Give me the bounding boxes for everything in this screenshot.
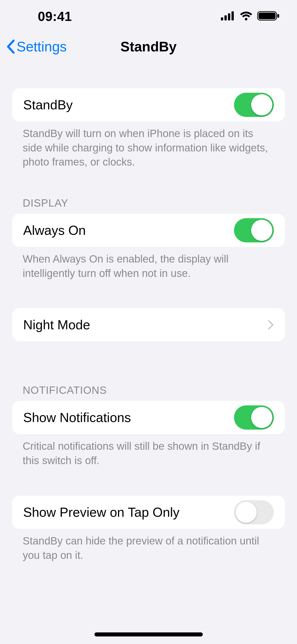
- status-bar: 09:41: [0, 0, 297, 33]
- always-on-label: Always On: [23, 223, 234, 238]
- chevron-left-icon: [6, 40, 15, 54]
- always-on-switch[interactable]: [234, 218, 274, 242]
- always-on-footer: When Always On is enabled, the display w…: [12, 247, 285, 280]
- svg-rect-6: [277, 14, 279, 18]
- show-notifications-group: Show Notifications: [12, 401, 285, 434]
- always-on-group: Always On: [12, 214, 285, 247]
- always-on-row[interactable]: Always On: [12, 214, 285, 247]
- battery-icon: [257, 11, 279, 22]
- page-title: StandBy: [120, 39, 177, 55]
- svg-rect-5: [258, 13, 276, 19]
- display-section-header: DISPLAY: [12, 197, 285, 214]
- status-icons: [221, 11, 279, 22]
- night-mode-label: Night Mode: [23, 317, 268, 332]
- notifications-section-header: NOTIFICATIONS: [12, 384, 285, 401]
- wifi-icon: [240, 11, 253, 22]
- show-notifications-label: Show Notifications: [23, 410, 234, 425]
- standby-switch[interactable]: [234, 93, 274, 117]
- show-notifications-footer: Critical notifications will still be sho…: [12, 434, 285, 468]
- svg-rect-3: [232, 11, 234, 20]
- home-indicator: [94, 632, 203, 636]
- show-notifications-row[interactable]: Show Notifications: [12, 401, 285, 434]
- svg-rect-2: [228, 13, 230, 20]
- status-time: 09:41: [38, 9, 72, 24]
- standby-row[interactable]: StandBy: [12, 88, 285, 121]
- preview-row[interactable]: Show Preview on Tap Only: [12, 496, 285, 529]
- preview-group: Show Preview on Tap Only: [12, 496, 285, 529]
- nav-bar: Settings StandBy: [0, 33, 297, 60]
- back-button[interactable]: Settings: [6, 39, 67, 55]
- preview-footer: StandBy can hide the preview of a notifi…: [12, 529, 285, 562]
- standby-group: StandBy: [12, 88, 285, 121]
- standby-footer: StandBy will turn on when iPhone is plac…: [12, 121, 285, 169]
- show-notifications-switch[interactable]: [234, 405, 274, 430]
- back-label: Settings: [17, 39, 67, 55]
- svg-rect-0: [221, 17, 223, 20]
- cellular-icon: [221, 11, 235, 21]
- night-mode-group: Night Mode: [12, 308, 285, 341]
- night-mode-row[interactable]: Night Mode: [12, 308, 285, 341]
- preview-label: Show Preview on Tap Only: [23, 505, 234, 520]
- chevron-right-icon: [268, 320, 274, 330]
- svg-rect-1: [224, 15, 227, 20]
- standby-label: StandBy: [23, 97, 234, 112]
- preview-switch[interactable]: [234, 500, 274, 524]
